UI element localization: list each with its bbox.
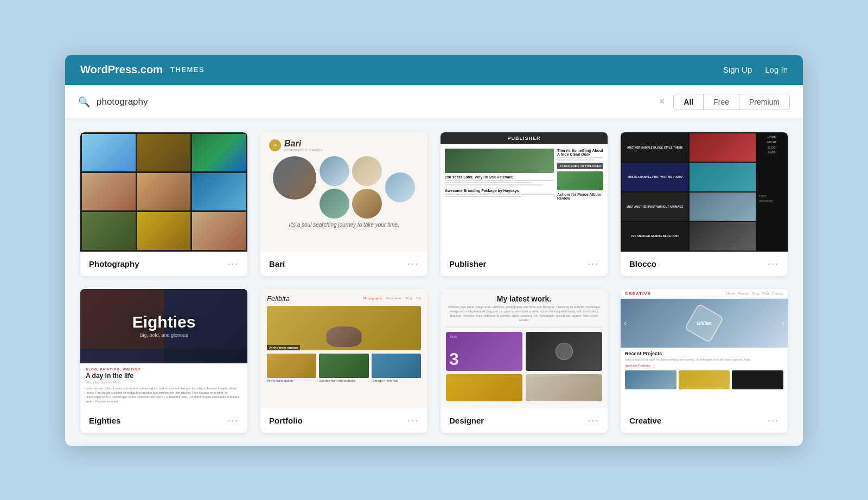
theme-card-blocco[interactable]: ANOTHER SAMPLE BLOCK STYLE THEME HOMEABO…: [621, 132, 788, 276]
creative-projects-title: Recent Projects: [625, 351, 783, 356]
bari-circle: [385, 172, 415, 202]
search-input[interactable]: [97, 97, 650, 107]
theme-options-dots[interactable]: ···: [768, 415, 779, 426]
pub-green-img: [557, 171, 603, 190]
theme-name: Publisher: [449, 259, 486, 268]
hero-next-icon[interactable]: ›: [782, 318, 784, 328]
bari-circle: [320, 156, 349, 186]
bari-circles: [269, 156, 419, 219]
themes-grid: Photography ··· B Bari PORTFOLIO THEME: [65, 119, 803, 446]
photo-cell: [137, 134, 191, 171]
bari-logo: B Bari PORTFOLIO THEME: [269, 139, 419, 152]
theme-card-bari[interactable]: B Bari PORTFOLIO THEME: [260, 132, 427, 276]
pub-text-line: [445, 194, 554, 195]
portfolio-header: Felibita Photographs Illustration Blog B…: [267, 294, 421, 303]
brand-name: WordPress.com: [80, 63, 163, 76]
photo-cell: [82, 212, 136, 249]
bari-name: Bari: [284, 139, 323, 149]
eighties-content-area: BLOG, PAINTING, WRITING A day in the lif…: [80, 363, 247, 408]
filter-buttons: All Free Premium: [673, 94, 790, 110]
bari-main-circle: [273, 156, 316, 200]
hero-prev-icon[interactable]: ‹: [624, 318, 627, 328]
designer-cards: 3 POS: [446, 332, 602, 401]
blocco-cell-7: YET ANOTHER SAMPLE BLOG POST: [622, 222, 688, 251]
photo-cell: [192, 173, 246, 210]
photo-cell: [82, 173, 136, 210]
signup-link[interactable]: Sign Up: [723, 65, 752, 74]
filter-all-button[interactable]: All: [674, 94, 704, 110]
bari-subtext: PORTFOLIO THEME: [284, 149, 323, 152]
designer-card-extra: [526, 374, 602, 401]
theme-options-dots[interactable]: ···: [588, 258, 599, 270]
portfolio-thumb-1: At the train station: [267, 354, 316, 382]
filter-premium-button[interactable]: Premium: [739, 94, 789, 110]
portfolio-thumb-2: Scenes from the outback: [319, 354, 368, 382]
eighties-post-body: Lorem ipsum dolor sit amet, consectetur …: [86, 386, 242, 404]
theme-card-portfolio[interactable]: Felibita Photographs Illustration Blog B…: [260, 289, 427, 433]
filter-free-button[interactable]: Free: [704, 94, 739, 110]
theme-name: Eighties: [89, 416, 120, 425]
photo-cell: [192, 212, 246, 249]
eighties-post-title: A day in the life: [86, 372, 242, 380]
photo-cell: [137, 212, 191, 249]
theme-preview-eighties: Eighties Big, bold, and glorious BLOG, P…: [80, 289, 247, 408]
blocco-cell-8: [690, 222, 756, 251]
portfolio-main-img: At the train station: [267, 306, 421, 350]
blocco-cell-6: [690, 193, 756, 221]
pub-article-2: Awesome Branding Package by Haydays: [445, 189, 554, 193]
theme-options-dots[interactable]: ···: [768, 258, 779, 270]
theme-options-dots[interactable]: ···: [407, 258, 419, 270]
pub-article-3: There's Something About A Nice Clean Des…: [557, 149, 603, 156]
theme-preview-photography: [80, 132, 247, 252]
pub-main-img: [445, 149, 554, 173]
bari-circle: [352, 189, 382, 219]
portfolio-caption: At the train station: [267, 345, 300, 350]
theme-card-publisher[interactable]: PUBLISHER 156 Years Later, Vinyl Is Stil…: [441, 132, 608, 276]
theme-footer: Bari ···: [260, 252, 427, 276]
creative-thumb-3: [732, 370, 783, 389]
theme-footer: Publisher ···: [441, 252, 608, 276]
theme-preview-creative: CREATIVE Home Events Shop Blog Contact ‹…: [621, 289, 788, 408]
theme-name: Portfolio: [269, 416, 303, 425]
blocco-cell-3: THIS IS A SAMPLE POST WITH NO PHOTO: [622, 163, 688, 191]
pub-text-line: [445, 196, 521, 197]
theme-options-dots[interactable]: ···: [407, 415, 419, 426]
blocco-cell-5: JUST ANOTHER POST WITHOUT AN IMAGE: [622, 193, 688, 221]
creative-nav: Home Events Shop Blog Contact: [726, 292, 783, 295]
clear-search-button[interactable]: ×: [657, 94, 667, 110]
theme-options-dots[interactable]: ···: [227, 258, 239, 270]
app-header: WordPress.com THEMES Sign Up Log In: [65, 55, 803, 85]
eighties-post-tag: BLOG, PAINTING, WRITING: [86, 368, 242, 371]
theme-options-dots[interactable]: ···: [588, 415, 599, 426]
theme-name: Designer: [449, 416, 484, 425]
theme-footer: Designer ···: [441, 408, 608, 433]
search-bar: 🔍 × All Free Premium: [65, 85, 803, 119]
designer-card-yellow: [446, 374, 522, 401]
theme-name: Creative: [629, 416, 661, 425]
theme-name: Photography: [89, 259, 139, 268]
creative-view-link[interactable]: View the Portfolio →: [625, 364, 783, 367]
designer-main-title: My latest work.: [446, 294, 602, 303]
creative-thumb-1: [625, 370, 676, 389]
theme-footer: Creative ···: [621, 408, 788, 433]
pub-typeguide: A FIELD GUIDE TO TYPEFACES: [557, 163, 603, 169]
photo-cell: [137, 173, 191, 210]
header-brand-group: WordPress.com THEMES: [80, 63, 205, 76]
creative-projects-body: Take a look at the stuff I've been worki…: [625, 358, 783, 362]
pub-article-5: Ashore for Peace Album Review: [557, 193, 603, 200]
designer-header: My latest work. Promote your latest desi…: [446, 294, 602, 328]
theme-card-designer[interactable]: My latest work. Promote your latest desi…: [441, 289, 608, 433]
theme-options-dots[interactable]: ···: [227, 415, 239, 426]
portfolio-nav: Photographs Illustration Blog Bio: [363, 297, 421, 300]
bari-circle: [352, 156, 382, 186]
portfolio-thumbs: At the train station Scenes from the out…: [267, 354, 421, 382]
pub-header: PUBLISHER: [441, 132, 608, 144]
theme-card-photography[interactable]: Photography ···: [80, 132, 247, 276]
login-link[interactable]: Log In: [765, 65, 788, 74]
portfolio-logo: Felibita: [267, 294, 290, 303]
blocco-cell-4: [690, 163, 756, 191]
designer-description: Promote your latest design work: sketche…: [446, 305, 602, 323]
eighties-post-meta: Blog | Art | by FermiAuct: [86, 381, 242, 384]
theme-card-creative[interactable]: CREATIVE Home Events Shop Blog Contact ‹…: [621, 289, 788, 433]
theme-card-eighties[interactable]: Eighties Big, bold, and glorious BLOG, P…: [80, 289, 247, 433]
